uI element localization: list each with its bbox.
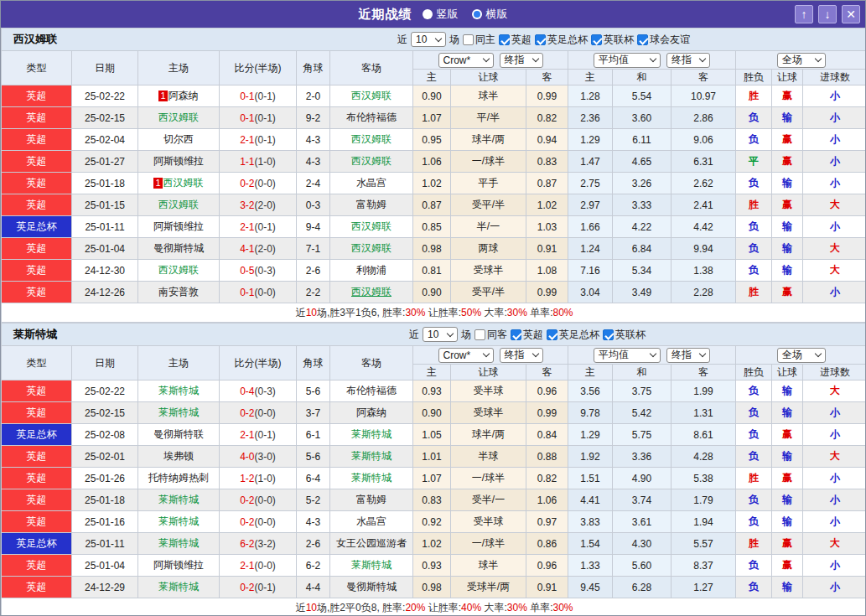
subcolumn-header-home_odds: 主 xyxy=(413,365,451,380)
avg-stage-select[interactable]: 终指 xyxy=(666,53,710,68)
away-team[interactable]: 西汉姆联 xyxy=(330,85,413,107)
avg-draw-odds: 4.22 xyxy=(613,216,672,238)
league-filter-checkbox[interactable]: 英超 xyxy=(511,328,543,342)
home-team[interactable]: 1阿森纳 xyxy=(138,85,220,107)
column-header-score: 比分(半场) xyxy=(220,51,297,85)
result-outcome: 负 xyxy=(736,489,772,511)
avg-stage-select[interactable]: 终指 xyxy=(666,348,710,363)
avg-away-odds: 9.94 xyxy=(672,238,736,260)
crow-home-odds: 0.93 xyxy=(413,380,451,402)
result-goals: 小 xyxy=(803,107,866,129)
crow-away-odds: 0.87 xyxy=(526,173,568,194)
away-team[interactable]: 西汉姆联 xyxy=(330,216,413,238)
league-filter-checkbox[interactable]: 球会友谊 xyxy=(637,33,690,47)
avg-away-odds: 1.99 xyxy=(672,380,736,402)
home-team[interactable]: 莱斯特城 xyxy=(138,533,220,555)
subcolumn-header-avg_home: 主 xyxy=(568,365,613,380)
home-team[interactable]: 莱斯特城 xyxy=(138,380,220,402)
league-badge: 英足总杯 xyxy=(2,533,72,555)
away-team[interactable]: 女王公园巡游者 xyxy=(330,533,413,555)
away-team[interactable]: 布伦特福德 xyxy=(330,107,413,129)
full-match-select[interactable]: 全场 xyxy=(777,348,826,363)
away-team[interactable]: 莱斯特城 xyxy=(330,424,413,446)
checkbox-icon xyxy=(535,34,546,45)
home-team[interactable]: 莱斯特城 xyxy=(138,489,220,511)
match-row: 英超25-01-26托特纳姆热刺1-2(1-0)6-4莱斯特城1.07一/球半0… xyxy=(2,468,866,489)
layout-radio-group: 竖版横版 xyxy=(423,7,508,22)
home-team[interactable]: 阿斯顿维拉 xyxy=(138,555,220,577)
home-team[interactable]: 曼彻斯特联 xyxy=(138,424,220,446)
match-row: 英超25-01-181西汉姆联0-2(0-0)2-4水晶宫1.02平手0.872… xyxy=(2,173,866,194)
crow-home-odds: 0.81 xyxy=(413,260,451,282)
away-team[interactable]: 水晶宫 xyxy=(330,511,413,533)
home-team[interactable]: 托特纳姆热刺 xyxy=(138,468,220,489)
away-team[interactable]: 西汉姆联 xyxy=(330,129,413,151)
chevron-down-icon xyxy=(482,55,489,62)
match-date: 24-12-29 xyxy=(72,577,138,598)
home-team[interactable]: 西汉姆联 xyxy=(138,260,220,282)
red-card-badge: 1 xyxy=(158,91,167,101)
away-team[interactable]: 利物浦 xyxy=(330,260,413,282)
bookmaker-select[interactable]: Crow* xyxy=(438,53,494,68)
home-team[interactable]: 埃弗顿 xyxy=(138,446,220,468)
away-team[interactable]: 西汉姆联 xyxy=(330,151,413,173)
league-filter-checkbox[interactable]: 英超 xyxy=(499,33,532,47)
home-team[interactable]: 切尔西 xyxy=(138,129,220,151)
average-select-group: 平均值终指 xyxy=(568,51,736,70)
away-team[interactable]: 布伦特福德 xyxy=(330,380,413,402)
match-date: 25-01-26 xyxy=(72,468,138,489)
away-team[interactable]: 曼彻斯特城 xyxy=(330,577,413,598)
checkbox-icon xyxy=(474,329,485,340)
home-team[interactable]: 阿斯顿维拉 xyxy=(138,151,220,173)
bookmaker-select[interactable]: Crow* xyxy=(438,348,494,363)
league-filter-checkbox[interactable]: 英足总杯 xyxy=(547,328,599,342)
crow-home-odds: 0.93 xyxy=(413,555,451,577)
away-team[interactable]: 西汉姆联 xyxy=(330,238,413,260)
home-team[interactable]: 1西汉姆联 xyxy=(138,173,220,194)
layout-radio-horizontal[interactable]: 横版 xyxy=(472,7,508,22)
recent-count-select[interactable]: 10 xyxy=(411,32,446,47)
away-team[interactable]: 阿森纳 xyxy=(330,402,413,424)
away-team[interactable]: 莱斯特城 xyxy=(330,446,413,468)
result-goals: 小 xyxy=(803,577,866,598)
home-team[interactable]: 莱斯特城 xyxy=(138,511,220,533)
odds-stage-select[interactable]: 终指 xyxy=(500,53,543,68)
home-team[interactable]: 西汉姆联 xyxy=(138,107,220,129)
full-match-select[interactable]: 全场 xyxy=(777,53,826,68)
crow-away-odds: 1.02 xyxy=(526,194,568,216)
away-team[interactable]: 西汉姆联 xyxy=(330,282,413,303)
avg-draw-odds: 6.84 xyxy=(613,238,672,260)
corner-score: 6-2 xyxy=(297,555,330,577)
odds-stage-select[interactable]: 终指 xyxy=(500,348,543,363)
home-team[interactable]: 莱斯特城 xyxy=(138,402,220,424)
move-up-button[interactable]: ↑ xyxy=(795,5,813,23)
league-filter-checkbox[interactable]: 英联杯 xyxy=(591,33,634,47)
home-team[interactable]: 莱斯特城 xyxy=(138,577,220,598)
league-filter-checkbox[interactable]: 英联杯 xyxy=(603,328,646,342)
select-value: 全场 xyxy=(782,348,802,362)
home-team[interactable]: 曼彻斯特城 xyxy=(138,238,220,260)
crow-handicap: 球半/两 xyxy=(451,129,526,151)
average-select[interactable]: 平均值 xyxy=(594,348,661,363)
crow-away-odds: 0.82 xyxy=(526,468,568,489)
avg-draw-odds: 6.11 xyxy=(613,129,672,151)
average-select[interactable]: 平均值 xyxy=(594,53,661,68)
home-team[interactable]: 南安普敦 xyxy=(138,282,220,303)
league-filter-checkbox[interactable]: 英足总杯 xyxy=(535,33,588,47)
away-team[interactable]: 富勒姆 xyxy=(330,194,413,216)
move-down-button[interactable]: ↓ xyxy=(818,5,837,23)
same-venue-checkbox[interactable]: 同主 xyxy=(463,33,495,47)
home-team[interactable]: 西汉姆联 xyxy=(138,194,220,216)
home-team[interactable]: 阿斯顿维拉 xyxy=(138,216,220,238)
away-team[interactable]: 水晶宫 xyxy=(330,173,413,194)
away-team[interactable]: 莱斯特城 xyxy=(330,468,413,489)
avg-home-odds: 1.47 xyxy=(568,151,613,173)
layout-radio-vertical[interactable]: 竖版 xyxy=(423,7,459,22)
result-goals: 小 xyxy=(803,151,866,173)
close-button[interactable]: ✕ xyxy=(842,5,860,23)
away-team[interactable]: 莱斯特城 xyxy=(330,555,413,577)
result-goals: 大 xyxy=(803,260,866,282)
recent-count-select[interactable]: 10 xyxy=(423,327,458,342)
away-team[interactable]: 富勒姆 xyxy=(330,489,413,511)
same-venue-checkbox[interactable]: 同客 xyxy=(474,328,507,342)
